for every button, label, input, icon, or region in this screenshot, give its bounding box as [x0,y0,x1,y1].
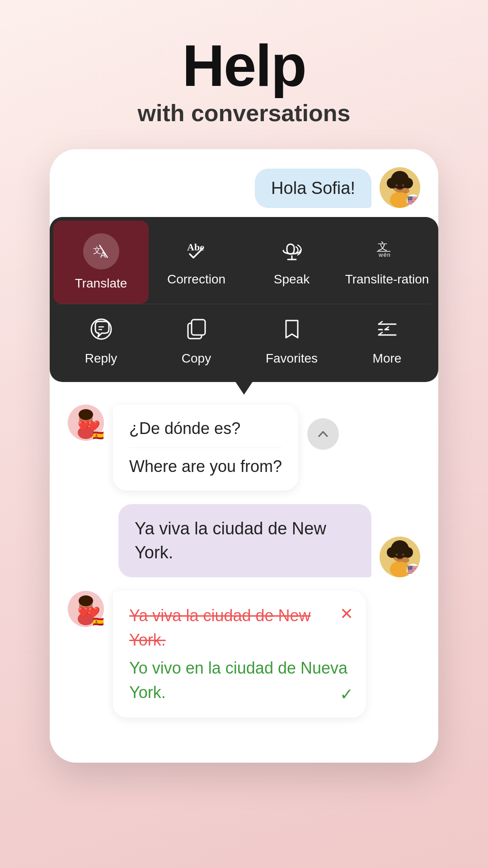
message-row-3: ❤️ ❤️ 🇪🇸 ✕ Ya viva la ciudad de New York… [68,591,420,717]
svg-rect-21 [192,320,205,335]
correction-x-icon: ✕ [340,604,353,623]
translate-icon: 文 A [83,233,119,269]
copy-icon [184,317,209,344]
correction-check-icon: ✓ [340,685,353,704]
speak-label: Speak [274,272,310,287]
avatar-user1-2: 🇺🇸 [380,537,420,577]
svg-text:文: 文 [378,241,388,252]
svg-point-35 [396,554,398,556]
more-icon [375,317,399,344]
chat-area-bottom: ❤️ ❤️ 🇪🇸 ¿De dónde es? Where are you fro… [50,382,438,736]
menu-copy[interactable]: Copy [149,304,244,379]
svg-point-26 [79,409,93,420]
copy-label: Copy [182,351,211,366]
flag-us: 🇺🇸 [407,194,419,207]
svg-point-37 [402,557,409,563]
menu-transliteration[interactable]: 文 wén Translite­-ration [339,221,435,304]
speak-icon [280,238,304,265]
correction-bubble: ✕ Ya viva la ciudad de New York. Yo vivo… [113,591,366,717]
bubble-message-1: ¿De dónde es? Where are you from? [113,405,298,491]
message-row-1: ❤️ ❤️ 🇪🇸 ¿De dónde es? Where are you fro… [68,405,420,491]
svg-rect-13 [287,244,294,254]
svg-point-8 [402,188,409,193]
transliteration-icon: 文 wén [375,238,399,265]
menu-correction[interactable]: Abc Correction [149,221,244,304]
bubble-message-2: Ya viva la ciudad de New York. [118,504,371,577]
flag-us-2: 🇺🇸 [407,564,419,576]
svg-point-5 [402,178,413,189]
svg-text:A: A [100,250,106,259]
page-title: Help [18,36,470,95]
message-english: Where are you from? [129,455,282,478]
transliteration-label: Translite­-ration [345,272,429,287]
message-spanish: ¿De dónde es? [129,417,282,440]
menu-more[interactable]: More [339,304,435,379]
svg-point-34 [402,547,413,558]
context-menu: 文 A Translate Abc Correction [50,217,438,382]
translate-label: Translate [75,276,127,291]
correction-wrong-text: Ya viva la ciudad de New York. [129,604,350,652]
correction-right-text: Yo vivo en la ciudad de Nueva York. [129,656,350,705]
scroll-up-button[interactable] [307,418,339,450]
correction-icon: Abc [184,238,209,265]
correction-label: Correction [167,272,225,287]
avatar-user2: ❤️ ❤️ 🇪🇸 [68,405,104,441]
menu-translate[interactable]: 文 A Translate [53,221,149,304]
phone-mockup: Hola Sofia! 🇺🇸 [50,149,438,763]
chat-area-top: Hola Sofia! 🇺🇸 [50,149,438,217]
svg-text:Abc: Abc [187,241,204,253]
avatar-user2-2: ❤️ ❤️ 🇪🇸 [68,591,104,627]
page-subtitle: with conversations [18,99,470,127]
svg-point-7 [402,184,404,187]
bubble-hola: Hola Sofia! [255,169,371,208]
more-label: More [373,351,402,366]
svg-point-4 [387,178,398,189]
svg-point-41 [79,595,93,606]
reply-label: Reply [85,351,117,366]
svg-point-6 [396,184,398,187]
menu-speak[interactable]: Speak [244,221,339,304]
favorites-icon [280,317,304,344]
menu-favorites[interactable]: Favorites [244,304,339,379]
message-row-2: Ya viva la ciudad de New York. 🇺🇸 [68,504,420,577]
avatar-user1: 🇺🇸 [380,167,420,208]
menu-reply[interactable]: Reply [53,304,149,379]
svg-point-33 [387,547,398,558]
bottom-padding [50,736,438,763]
svg-point-36 [402,554,404,556]
reply-icon [89,317,113,344]
header: Help with conversations [0,0,488,140]
favorites-label: Favorites [266,351,318,366]
svg-text:wén: wén [378,251,391,258]
